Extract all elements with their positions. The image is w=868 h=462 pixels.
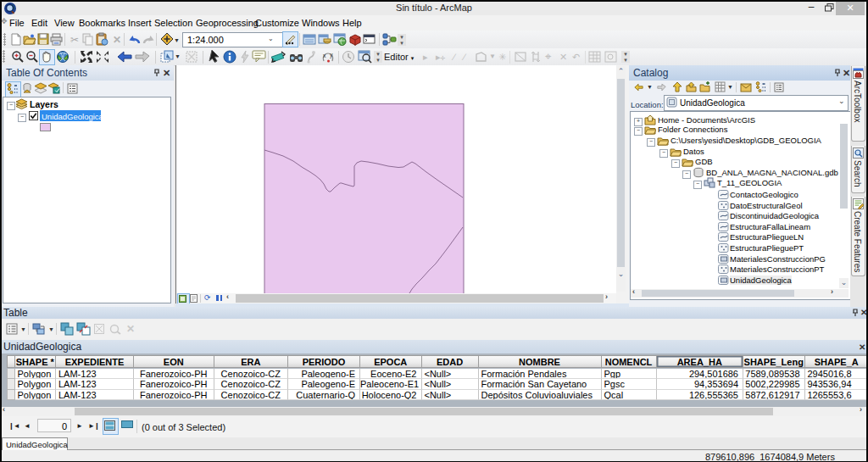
svg-text:x: x: [323, 53, 326, 58]
svg-text:y: y: [330, 52, 333, 58]
